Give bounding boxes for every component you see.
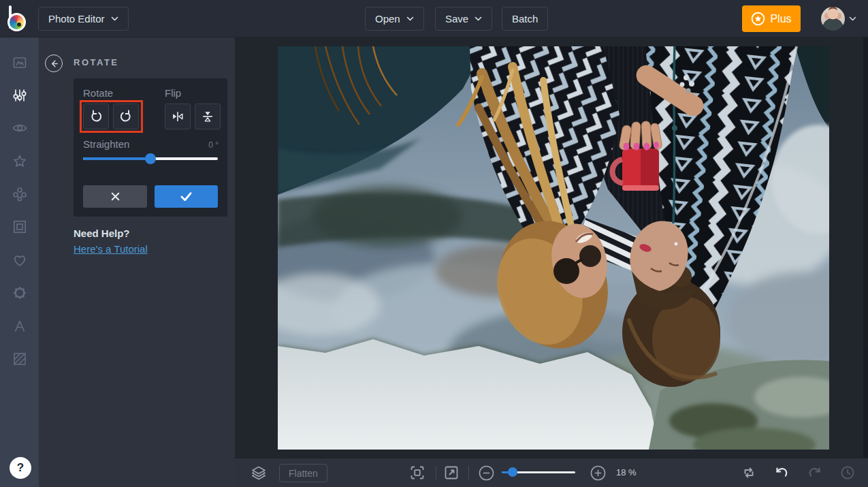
flip-horizontal-icon <box>170 109 185 124</box>
sidebar-item-textures[interactable] <box>11 350 29 368</box>
logo-color-wheel <box>7 13 26 31</box>
sidebar-item-photo[interactable] <box>11 54 29 72</box>
rotate-left-button[interactable] <box>83 104 109 129</box>
flatten-button[interactable]: Flatten <box>279 464 327 482</box>
undo-button[interactable] <box>773 465 790 481</box>
rotate-right-icon <box>118 109 133 124</box>
batch-button[interactable]: Batch <box>502 7 548 31</box>
photo-editor-app: Photo Editor Open Save Batch Plus <box>0 0 868 487</box>
zoom-value: 18 % <box>616 467 637 477</box>
compare-button[interactable] <box>741 465 757 481</box>
open-button[interactable]: Open <box>365 7 424 31</box>
adjustments-icon <box>12 87 28 104</box>
rotate-panel: ROTATE Rotate Flip Straighten 0 ° <box>39 37 235 487</box>
flip-vertical-icon <box>200 109 215 124</box>
straighten-value: 0 ° <box>208 140 219 150</box>
straighten-slider[interactable] <box>83 157 218 160</box>
help-button[interactable]: ? <box>10 457 31 479</box>
chevron-down-icon <box>475 16 482 22</box>
brand-logo[interactable] <box>7 3 31 35</box>
rotate-card: Rotate Flip Straighten 0 ° <box>74 78 227 217</box>
undo-icon <box>773 465 790 481</box>
flatten-label: Flatten <box>289 468 318 479</box>
sidebar-item-effects[interactable] <box>11 119 29 137</box>
straighten-label: Straighten <box>83 138 129 150</box>
app-menu-label: Photo Editor <box>48 13 105 25</box>
fit-screen-icon <box>409 465 425 481</box>
plus-label: Plus <box>770 13 791 25</box>
graphics-circles-icon <box>12 186 28 202</box>
photo-illustration <box>278 46 829 450</box>
need-help-text: Need Help? <box>74 227 130 239</box>
overlays-heart-icon <box>12 252 28 268</box>
canvas-area <box>235 37 868 458</box>
artsy-star-icon <box>12 153 28 170</box>
panel-title: ROTATE <box>74 57 119 67</box>
back-arrow-icon <box>49 59 59 69</box>
sidebar-item-text[interactable] <box>11 317 29 335</box>
account-chevron-down-icon[interactable] <box>849 16 856 22</box>
fit-screen-button[interactable] <box>409 465 425 481</box>
bottom-toolbar: Flatten 18 % <box>235 458 868 487</box>
redo-icon <box>807 465 823 481</box>
help-icon: ? <box>17 461 24 475</box>
zoom-slider-thumb[interactable] <box>508 467 517 477</box>
flip-label: Flip <box>165 87 181 99</box>
rotate-label: Rotate <box>83 87 113 99</box>
topbar: Photo Editor Open Save Batch Plus <box>0 0 868 37</box>
sidebar-item-adjustments[interactable] <box>11 87 29 104</box>
sidebar-item-overlays[interactable] <box>11 251 29 269</box>
logo-center-dot <box>17 22 21 27</box>
open-label: Open <box>375 13 400 25</box>
save-button[interactable]: Save <box>435 7 492 31</box>
history-button[interactable] <box>839 465 856 481</box>
sidebar-rail: ? <box>0 37 39 487</box>
save-label: Save <box>445 13 468 25</box>
confirm-button[interactable] <box>155 185 218 208</box>
cancel-x-icon <box>109 190 122 203</box>
batch-label: Batch <box>512 13 538 25</box>
actual-size-icon <box>443 465 460 481</box>
avatar[interactable] <box>821 7 845 31</box>
frames-icon <box>12 219 28 235</box>
sidebar-item-artsy[interactable] <box>11 153 29 170</box>
cancel-button[interactable] <box>83 185 147 208</box>
flip-vertical-button[interactable] <box>195 104 221 129</box>
effects-eye-icon <box>12 120 28 136</box>
chevron-down-icon <box>406 16 414 22</box>
rotate-right-button[interactable] <box>113 104 139 129</box>
photo-icon <box>12 54 28 71</box>
flip-horizontal-button[interactable] <box>165 104 191 129</box>
rotate-left-icon <box>89 109 103 124</box>
canvas-image[interactable] <box>278 46 829 450</box>
sidebar-item-frames[interactable] <box>11 218 29 236</box>
toolbar-divider <box>468 466 469 480</box>
straighten-slider-fill <box>83 157 150 160</box>
toolbar-divider <box>436 466 436 480</box>
textures-icon <box>12 351 28 367</box>
straighten-slider-thumb[interactable] <box>145 153 156 164</box>
zoom-slider[interactable] <box>502 471 575 473</box>
app-menu-button[interactable]: Photo Editor <box>38 7 129 31</box>
plus-upgrade-button[interactable]: Plus <box>742 5 801 32</box>
tutorial-link[interactable]: Here's a Tutorial <box>74 243 148 255</box>
back-button[interactable] <box>45 54 63 72</box>
stickers-badge-icon <box>12 285 28 301</box>
zoom-in-icon <box>590 465 606 481</box>
zoom-out-icon <box>479 465 494 481</box>
layers-button[interactable] <box>251 465 267 481</box>
chevron-down-icon <box>111 16 118 22</box>
sidebar-item-graphics[interactable] <box>11 185 29 203</box>
redo-button[interactable] <box>807 465 823 481</box>
canvas-scrollbar[interactable] <box>863 37 868 458</box>
history-icon <box>839 465 856 481</box>
layers-icon <box>251 465 267 481</box>
confirm-check-icon <box>179 189 193 204</box>
compare-icon <box>741 465 757 481</box>
zoom-out-button[interactable] <box>478 465 494 481</box>
sidebar-item-stickers[interactable] <box>11 284 29 302</box>
zoom-in-button[interactable] <box>590 465 606 481</box>
text-icon <box>12 318 28 334</box>
actual-size-button[interactable] <box>443 465 460 481</box>
star-badge-icon <box>751 12 765 26</box>
